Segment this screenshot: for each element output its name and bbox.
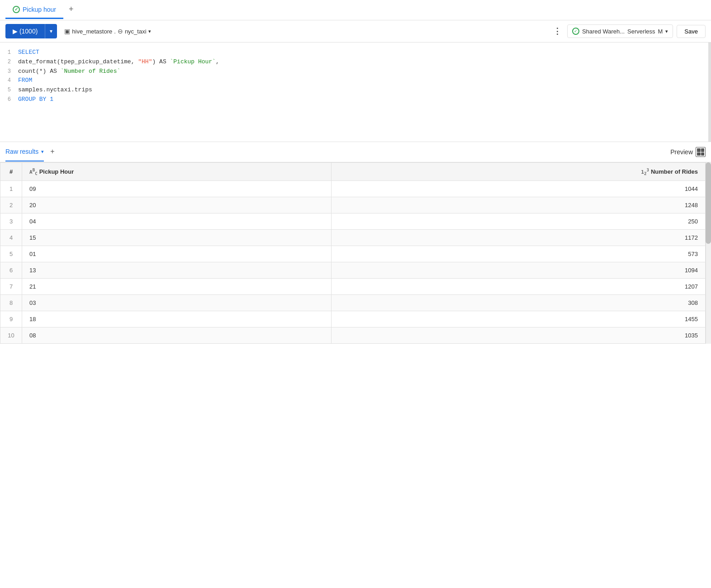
line-content: GROUP BY 1 [18,95,704,104]
table-row: 1091044 [0,180,706,197]
token-kw: GROUP BY [18,96,50,103]
editor-scrollbar[interactable] [708,43,711,142]
warehouse-label: Shared Wareh... [582,28,625,35]
cell-pickup-hour: 01 [22,246,332,262]
table-row: 2201248 [0,197,706,213]
token-kw: SELECT [18,49,39,56]
results-tab-chevron-icon: ▾ [41,149,44,155]
layout-icon [696,147,706,157]
cell-number-of-rides: 1455 [331,311,705,327]
warehouse-selector[interactable]: ✓ Shared Wareh... Serverless M ▾ [567,24,673,38]
line-number: 5 [0,86,18,95]
col-header-index: # [0,163,22,181]
cell-number-of-rides: 308 [331,294,705,311]
warehouse-type: Serverless [627,28,655,35]
results-table: # ABC Pickup Hour 123 Number of Rides [0,162,706,344]
cell-row-index: 1 [0,180,22,197]
pickup-hour-type-icon: ABC [29,167,38,176]
token-plain: , [216,58,219,65]
table-row: 304250 [0,213,706,229]
results-scrollbar-thumb[interactable] [706,162,711,244]
line-content: samples.nyctaxi.trips [18,85,704,95]
table-row: 4151172 [0,229,706,246]
line-content: date_format(tpep_pickup_datetime, "HH") … [18,57,704,67]
table-header-row: # ABC Pickup Hour 123 Number of Rides [0,163,706,181]
cell-number-of-rides: 573 [331,246,705,262]
cell-row-index: 4 [0,229,22,246]
token-plain: samples.nyctaxi.trips [18,86,92,93]
cell-pickup-hour: 09 [22,180,332,197]
line-number: 3 [0,67,18,76]
db-name: hive_metastore [72,28,112,35]
tab-label: Pickup hour [23,6,56,13]
results-table-container: # ABC Pickup Hour 123 Number of Rides [0,162,711,344]
cell-pickup-hour: 13 [22,262,332,278]
token-backtick: `Number of Rides` [61,68,121,75]
table-row: 7211207 [0,278,706,294]
cell-pickup-hour: 21 [22,278,332,294]
token-plain: (tpep_pickup_datetime, [57,58,138,65]
token-num: 1 [50,96,53,103]
preview-label: Preview [670,148,693,156]
sql-editor[interactable]: 1SELECT2 date_format(tpep_pickup_datetim… [0,43,711,142]
database-selector[interactable]: ▣ hive_metastore . ⊖ nyc_taxi ▾ [61,28,154,35]
cell-number-of-rides: 250 [331,213,705,229]
col-header-rides[interactable]: 123 Number of Rides [331,163,705,181]
preview-button[interactable]: Preview [670,143,706,161]
tab-bar: ✓ Pickup hour + [0,0,711,20]
run-arrow-icon: ▾ [50,28,52,34]
cell-number-of-rides: 1207 [331,278,705,294]
warehouse-status-icon: ✓ [572,28,579,35]
tab-add-button[interactable]: + [63,0,79,20]
cell-row-index: 9 [0,311,22,327]
run-button[interactable]: ▶ (1000) [5,24,45,38]
results-area: Raw results ▾ + Preview # [0,142,711,344]
schema-name: nyc_taxi [125,28,147,35]
cell-row-index: 8 [0,294,22,311]
col-rides-label: Number of Rides [651,168,698,175]
table-row: 6131094 [0,262,706,278]
tab-pickup-hour[interactable]: ✓ Pickup hour [5,1,63,19]
run-button-label: ▶ (1000) [13,28,38,35]
cell-pickup-hour: 20 [22,197,332,213]
line-number: 2 [0,58,18,66]
token-fn: date_format [18,58,57,65]
editor-line-1: 1SELECT [0,48,704,57]
cell-number-of-rides: 1094 [331,262,705,278]
editor-line-3: 3 count(*) AS `Number of Rides` [0,67,704,76]
cell-pickup-hour: 18 [22,311,332,327]
tab-check-icon: ✓ [13,6,20,13]
db-separator: . [114,28,116,35]
cell-row-index: 10 [0,327,22,343]
save-button[interactable]: Save [677,25,706,38]
results-scrollbar[interactable] [706,162,711,344]
table-row: 501573 [0,246,706,262]
token-plain: (*) AS [36,68,61,75]
editor-line-2: 2 date_format(tpep_pickup_datetime, "HH"… [0,57,704,67]
token-kw: FROM [18,77,32,84]
cell-row-index: 3 [0,213,22,229]
results-tab-bar: Raw results ▾ + Preview [0,142,711,162]
cell-number-of-rides: 1172 [331,229,705,246]
results-tab-raw[interactable]: Raw results ▾ [5,142,44,161]
cell-row-index: 2 [0,197,22,213]
line-number: 6 [0,95,18,104]
database-icon: ▣ [64,28,70,35]
run-dropdown-button[interactable]: ▾ [45,24,57,38]
cell-row-index: 5 [0,246,22,262]
warehouse-chevron-icon: ▾ [665,28,668,34]
editor-line-6: 6GROUP BY 1 [0,95,704,104]
rides-type-icon: 123 [641,167,649,176]
results-tab-add-button[interactable]: + [46,142,59,162]
toolbar: ▶ (1000) ▾ ▣ hive_metastore . ⊖ nyc_taxi… [0,20,711,43]
warehouse-size: M [658,28,663,35]
col-header-pickup-hour[interactable]: ABC Pickup Hour [22,163,332,181]
token-backtick: `Pickup Hour` [170,58,216,65]
more-options-button[interactable]: ⋮ [551,25,564,38]
cell-number-of-rides: 1035 [331,327,705,343]
cell-pickup-hour: 04 [22,213,332,229]
cell-pickup-hour: 03 [22,294,332,311]
results-tab-label: Raw results [5,148,38,155]
cell-number-of-rides: 1044 [331,180,705,197]
cell-row-index: 6 [0,262,22,278]
